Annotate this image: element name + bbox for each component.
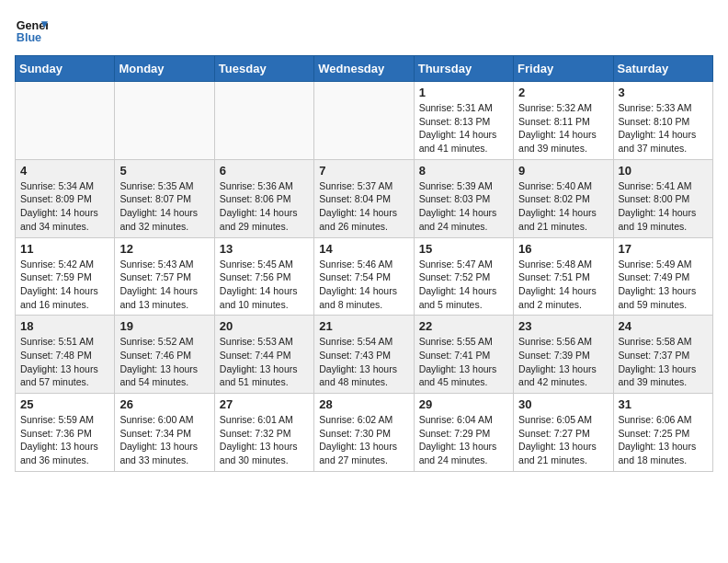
weekday-header-wednesday: Wednesday <box>314 56 414 82</box>
logo-icon: General Blue <box>15 15 48 48</box>
day-info: Sunrise: 5:51 AM Sunset: 7:48 PM Dayligh… <box>20 335 109 389</box>
day-number: 29 <box>419 397 508 411</box>
day-info: Sunrise: 6:00 AM Sunset: 7:34 PM Dayligh… <box>119 413 209 467</box>
svg-text:Blue: Blue <box>17 31 41 44</box>
calendar-cell: 31Sunrise: 6:06 AM Sunset: 7:25 PM Dayli… <box>613 394 712 472</box>
week-row-3: 11Sunrise: 5:42 AM Sunset: 7:59 PM Dayli… <box>16 237 713 316</box>
calendar-cell: 1Sunrise: 5:31 AM Sunset: 8:13 PM Daylig… <box>414 82 513 160</box>
day-info: Sunrise: 5:37 AM Sunset: 8:04 PM Dayligh… <box>319 179 408 234</box>
day-info: Sunrise: 5:48 AM Sunset: 7:51 PM Dayligh… <box>518 258 608 312</box>
day-info: Sunrise: 5:35 AM Sunset: 8:07 PM Dayligh… <box>119 179 209 234</box>
day-info: Sunrise: 5:55 AM Sunset: 7:41 PM Dayligh… <box>419 335 508 389</box>
day-number: 15 <box>419 242 508 256</box>
calendar-cell: 26Sunrise: 6:00 AM Sunset: 7:34 PM Dayli… <box>115 394 214 472</box>
weekday-header-saturday: Saturday <box>613 56 712 82</box>
calendar-cell: 24Sunrise: 5:58 AM Sunset: 7:37 PM Dayli… <box>613 316 712 394</box>
calendar-cell: 10Sunrise: 5:41 AM Sunset: 8:00 PM Dayli… <box>613 159 712 237</box>
day-info: Sunrise: 5:36 AM Sunset: 8:06 PM Dayligh… <box>220 179 309 234</box>
day-info: Sunrise: 5:54 AM Sunset: 7:43 PM Dayligh… <box>319 335 408 389</box>
weekday-header-tuesday: Tuesday <box>214 56 313 82</box>
calendar-cell: 17Sunrise: 5:49 AM Sunset: 7:49 PM Dayli… <box>613 237 712 316</box>
week-row-2: 4Sunrise: 5:34 AM Sunset: 8:09 PM Daylig… <box>16 159 713 237</box>
weekday-header-row: SundayMondayTuesdayWednesdayThursdayFrid… <box>16 56 713 82</box>
day-number: 5 <box>119 164 209 178</box>
day-number: 3 <box>619 86 708 99</box>
weekday-header-sunday: Sunday <box>16 56 115 82</box>
day-number: 28 <box>319 397 408 411</box>
calendar-cell: 19Sunrise: 5:52 AM Sunset: 7:46 PM Dayli… <box>115 316 214 394</box>
day-number: 25 <box>20 397 109 411</box>
day-info: Sunrise: 5:46 AM Sunset: 7:54 PM Dayligh… <box>319 258 408 312</box>
day-info: Sunrise: 5:47 AM Sunset: 7:52 PM Dayligh… <box>419 258 508 312</box>
calendar-cell: 28Sunrise: 6:02 AM Sunset: 7:30 PM Dayli… <box>314 394 414 472</box>
calendar-cell: 13Sunrise: 5:45 AM Sunset: 7:56 PM Dayli… <box>214 237 313 316</box>
day-info: Sunrise: 5:31 AM Sunset: 8:13 PM Dayligh… <box>419 101 508 155</box>
day-number: 18 <box>20 319 109 333</box>
day-number: 2 <box>518 86 608 99</box>
day-number: 22 <box>419 319 508 333</box>
day-info: Sunrise: 5:58 AM Sunset: 7:37 PM Dayligh… <box>619 335 708 389</box>
day-number: 20 <box>220 319 309 333</box>
calendar-cell: 29Sunrise: 6:04 AM Sunset: 7:29 PM Dayli… <box>414 394 513 472</box>
calendar-cell <box>16 82 115 160</box>
day-number: 7 <box>319 164 408 178</box>
day-info: Sunrise: 6:02 AM Sunset: 7:30 PM Dayligh… <box>319 413 408 467</box>
day-info: Sunrise: 5:42 AM Sunset: 7:59 PM Dayligh… <box>20 258 109 312</box>
logo: General Blue <box>15 15 48 48</box>
day-info: Sunrise: 5:33 AM Sunset: 8:10 PM Dayligh… <box>619 101 708 155</box>
day-info: Sunrise: 6:05 AM Sunset: 7:27 PM Dayligh… <box>518 413 608 467</box>
day-info: Sunrise: 5:32 AM Sunset: 8:11 PM Dayligh… <box>518 101 608 155</box>
day-number: 30 <box>518 397 608 411</box>
calendar-cell: 11Sunrise: 5:42 AM Sunset: 7:59 PM Dayli… <box>16 237 115 316</box>
calendar-cell: 25Sunrise: 5:59 AM Sunset: 7:36 PM Dayli… <box>16 394 115 472</box>
calendar-cell: 6Sunrise: 5:36 AM Sunset: 8:06 PM Daylig… <box>214 159 313 237</box>
day-number: 12 <box>119 242 209 256</box>
day-number: 4 <box>20 164 109 178</box>
calendar-cell: 23Sunrise: 5:56 AM Sunset: 7:39 PM Dayli… <box>514 316 613 394</box>
calendar-cell: 5Sunrise: 5:35 AM Sunset: 8:07 PM Daylig… <box>115 159 214 237</box>
weekday-header-friday: Friday <box>514 56 613 82</box>
day-info: Sunrise: 5:59 AM Sunset: 7:36 PM Dayligh… <box>20 413 109 467</box>
day-info: Sunrise: 6:06 AM Sunset: 7:25 PM Dayligh… <box>619 413 708 467</box>
day-number: 6 <box>220 164 309 178</box>
calendar-cell <box>115 82 214 160</box>
day-number: 14 <box>319 242 408 256</box>
day-number: 16 <box>518 242 608 256</box>
day-number: 27 <box>220 397 309 411</box>
weekday-header-monday: Monday <box>115 56 214 82</box>
day-number: 17 <box>619 242 708 256</box>
calendar-cell: 3Sunrise: 5:33 AM Sunset: 8:10 PM Daylig… <box>613 82 712 160</box>
week-row-4: 18Sunrise: 5:51 AM Sunset: 7:48 PM Dayli… <box>16 316 713 394</box>
day-number: 23 <box>518 319 608 333</box>
calendar-cell: 14Sunrise: 5:46 AM Sunset: 7:54 PM Dayli… <box>314 237 414 316</box>
day-info: Sunrise: 5:56 AM Sunset: 7:39 PM Dayligh… <box>518 335 608 389</box>
day-info: Sunrise: 5:40 AM Sunset: 8:02 PM Dayligh… <box>518 179 608 234</box>
calendar-cell: 4Sunrise: 5:34 AM Sunset: 8:09 PM Daylig… <box>16 159 115 237</box>
calendar-cell: 7Sunrise: 5:37 AM Sunset: 8:04 PM Daylig… <box>314 159 414 237</box>
calendar-cell: 2Sunrise: 5:32 AM Sunset: 8:11 PM Daylig… <box>514 82 613 160</box>
day-number: 24 <box>619 319 708 333</box>
day-number: 9 <box>518 164 608 178</box>
calendar-cell: 27Sunrise: 6:01 AM Sunset: 7:32 PM Dayli… <box>214 394 313 472</box>
calendar-cell: 30Sunrise: 6:05 AM Sunset: 7:27 PM Dayli… <box>514 394 613 472</box>
day-number: 10 <box>619 164 708 178</box>
day-number: 13 <box>220 242 309 256</box>
calendar-cell: 9Sunrise: 5:40 AM Sunset: 8:02 PM Daylig… <box>514 159 613 237</box>
calendar-cell: 16Sunrise: 5:48 AM Sunset: 7:51 PM Dayli… <box>514 237 613 316</box>
calendar-cell: 15Sunrise: 5:47 AM Sunset: 7:52 PM Dayli… <box>414 237 513 316</box>
calendar-cell <box>314 82 414 160</box>
day-info: Sunrise: 6:01 AM Sunset: 7:32 PM Dayligh… <box>220 413 309 467</box>
day-info: Sunrise: 5:53 AM Sunset: 7:44 PM Dayligh… <box>220 335 309 389</box>
calendar-cell <box>214 82 313 160</box>
day-info: Sunrise: 5:41 AM Sunset: 8:00 PM Dayligh… <box>619 179 708 234</box>
day-number: 21 <box>319 319 408 333</box>
day-number: 1 <box>419 86 508 99</box>
day-info: Sunrise: 6:04 AM Sunset: 7:29 PM Dayligh… <box>419 413 508 467</box>
day-info: Sunrise: 5:49 AM Sunset: 7:49 PM Dayligh… <box>619 258 708 312</box>
day-number: 31 <box>619 397 708 411</box>
day-number: 8 <box>419 164 508 178</box>
page-header: General Blue <box>15 15 713 48</box>
day-number: 26 <box>119 397 209 411</box>
week-row-5: 25Sunrise: 5:59 AM Sunset: 7:36 PM Dayli… <box>16 394 713 472</box>
day-info: Sunrise: 5:52 AM Sunset: 7:46 PM Dayligh… <box>119 335 209 389</box>
